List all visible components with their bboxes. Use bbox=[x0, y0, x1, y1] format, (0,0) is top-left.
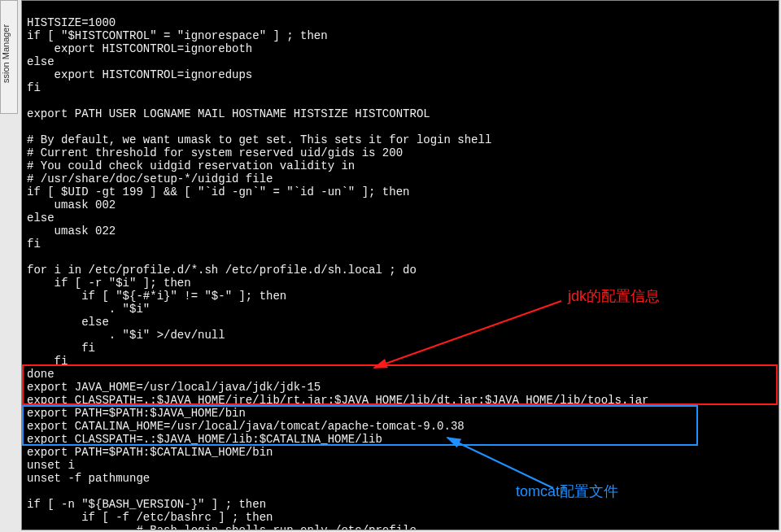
code-line: fi bbox=[27, 342, 95, 355]
code-line: fi bbox=[27, 355, 68, 368]
code-line: export PATH USER LOGNAME MAIL HOSTNAME H… bbox=[27, 107, 430, 120]
code-line: if [ $UID -gt 199 ] && [ "`id -gn`" = "`… bbox=[27, 185, 409, 198]
code-line: # By default, we want umask to get set. … bbox=[27, 133, 491, 146]
code-line: . "$i" bbox=[27, 303, 150, 316]
code-line: export HISTCONTROL=ignoreboth bbox=[27, 42, 252, 55]
code-line: if [ -n "${BASH_VERSION-}" ] ; then bbox=[27, 498, 266, 511]
tab-label: ssion Manager bbox=[1, 24, 11, 83]
code-line: done bbox=[27, 368, 55, 381]
code-line: fi bbox=[27, 81, 41, 94]
code-line: export PATH=$PATH:$JAVA_HOME/bin bbox=[27, 407, 246, 420]
code-line: unset -f pathmunge bbox=[27, 472, 150, 485]
session-manager-tab[interactable]: ssion Manager bbox=[0, 0, 18, 114]
code-line: if [ "${-#*i}" != "$-" ]; then bbox=[27, 290, 286, 303]
code-line: else bbox=[27, 211, 55, 225]
code-line: # Bash login shells run only /etc/profil… bbox=[27, 524, 417, 530]
code-line: fi bbox=[27, 238, 41, 251]
code-line: # You could check uidgid reservation val… bbox=[27, 159, 355, 172]
code-line: export JAVA_HOME=/usr/local/java/jdk/jdk… bbox=[27, 381, 321, 394]
code-line: . "$i" >/dev/null bbox=[27, 329, 225, 342]
code-line: if [ -r "$i" ]; then bbox=[27, 277, 191, 290]
code-line: export PATH=$PATH:$CATALINA_HOME/bin bbox=[27, 446, 273, 459]
code-line: export CLASSPATH=.:$JAVA_HOME/lib:$CATAL… bbox=[27, 433, 382, 446]
code-line: if [ "$HISTCONTROL" = "ignorespace" ] ; … bbox=[27, 29, 328, 42]
code-line: if [ -f /etc/bashrc ] ; then bbox=[27, 511, 273, 524]
code-line: unset i bbox=[27, 459, 75, 472]
code-line: HISTSIZE=1000 bbox=[27, 16, 116, 29]
terminal-viewport[interactable]: HISTSIZE=1000 if [ "$HISTCONTROL" = "ign… bbox=[21, 0, 779, 530]
code-line: export HISTCONTROL=ignoredups bbox=[27, 68, 252, 81]
code-line: # Current threshold for system reserved … bbox=[27, 146, 403, 159]
code-line: else bbox=[27, 55, 55, 68]
code-line: else bbox=[27, 316, 109, 329]
code-line: umask 022 bbox=[27, 225, 116, 238]
code-line: umask 002 bbox=[27, 198, 116, 211]
code-line: export CATALINA_HOME=/usr/local/java/tom… bbox=[27, 420, 465, 433]
code-line: # /usr/share/doc/setup-*/uidgid file bbox=[27, 172, 273, 185]
code-line: export CLASSPATH=.:$JAVA_HOME/jre/lib/rt… bbox=[27, 394, 649, 407]
code-line: for i in /etc/profile.d/*.sh /etc/profil… bbox=[27, 264, 417, 277]
